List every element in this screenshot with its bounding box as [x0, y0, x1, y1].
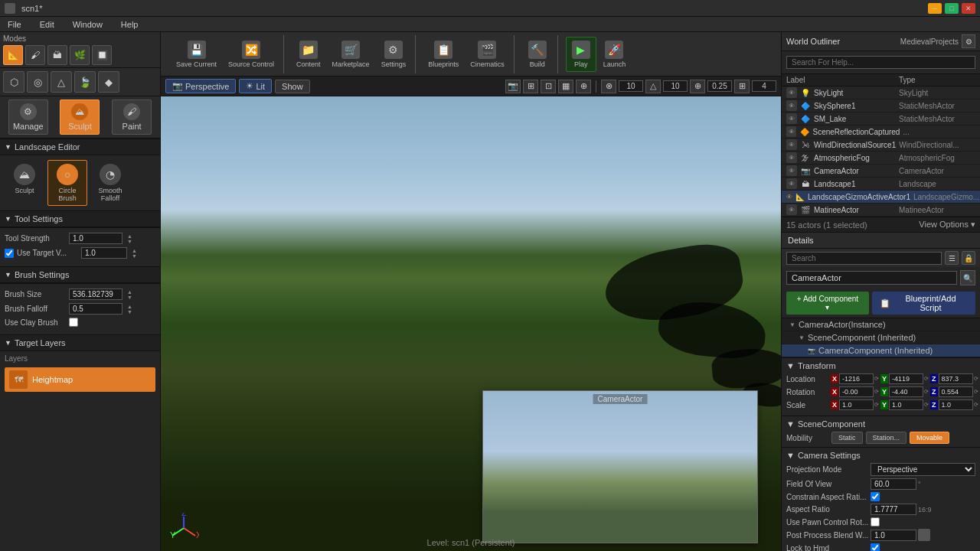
perspective-button[interactable]: 📷 Perspective	[165, 79, 236, 93]
content-button[interactable]: 📁 Content	[292, 37, 325, 71]
add-component-button[interactable]: + Add Component ▾	[786, 292, 869, 315]
static-button[interactable]: Static	[831, 432, 863, 444]
brush-falloff-input[interactable]	[69, 303, 122, 315]
scale-z-input[interactable]	[939, 399, 973, 410]
brush-size-up[interactable]: ▲	[127, 289, 132, 295]
brush-settings-header[interactable]: ▼ Brush Settings	[0, 266, 160, 283]
play-button[interactable]: ▶ Play	[566, 37, 596, 72]
vp-icon-1[interactable]: 📷	[505, 80, 521, 93]
outliner-item-landscape[interactable]: 👁 🏔 Landscape1 Landscape	[782, 178, 980, 191]
rotation-y-arrow[interactable]: ⟳	[924, 389, 929, 395]
outliner-vis-smlake[interactable]: 👁	[786, 113, 797, 124]
show-button[interactable]: Show	[275, 80, 310, 93]
scene-component-header[interactable]: ▼ SceneComponent	[786, 419, 975, 429]
outliner-vis-camera[interactable]: 👁	[786, 165, 797, 176]
use-target-input[interactable]	[81, 247, 127, 259]
landscape-editor-header[interactable]: ▼ Landscape Editor	[0, 139, 160, 155]
sculpt-button[interactable]: ⛰ Sculpt	[60, 99, 100, 135]
rotation-z-arrow[interactable]: ⟳	[974, 389, 978, 395]
comp-item-scene[interactable]: ▼ SceneComponent (Inherited)	[782, 331, 980, 344]
vp-icon-6[interactable]: ⊗	[601, 80, 616, 93]
minimize-button[interactable]: ─	[928, 3, 942, 14]
close-button[interactable]: ✕	[962, 3, 975, 14]
outliner-item-camera[interactable]: 👁 📷 CameraActor CameraActor	[782, 165, 980, 178]
comp-item-cameraactor[interactable]: ▼ CameraActor(Instance)	[782, 318, 980, 331]
sculpt-tool-smooth[interactable]: ◔ SmoothFalloff	[90, 160, 130, 206]
outliner-vis-skysphere[interactable]: 👁	[786, 100, 797, 111]
maximize-button[interactable]: □	[945, 3, 959, 14]
outliner-settings-icon[interactable]: ⚙	[962, 34, 975, 48]
scale-x-input[interactable]	[839, 399, 874, 410]
projection-mode-select[interactable]: Perspective Orthographic	[871, 463, 975, 476]
actor-name-input[interactable]	[786, 271, 957, 285]
source-control-button[interactable]: 🔀 Source Control	[224, 37, 279, 71]
post-process-input[interactable]	[871, 530, 916, 541]
mode-placement[interactable]: 📐	[3, 45, 23, 65]
outliner-vis-wind[interactable]: 👁	[786, 139, 797, 150]
vp-icon-3[interactable]: ⊡	[541, 80, 556, 93]
tool-settings-header[interactable]: ▼ Tool Settings	[0, 210, 160, 227]
manage-button[interactable]: ⚙ Manage	[8, 99, 48, 135]
location-z-input[interactable]	[939, 373, 973, 384]
mode-landscape[interactable]: 🏔	[47, 45, 67, 65]
brush-size-down[interactable]: ▼	[127, 295, 132, 300]
blueprints-button[interactable]: 📋 Blueprints	[423, 37, 463, 71]
mode-foliage[interactable]: 🌿	[70, 45, 90, 65]
menu-help[interactable]: Help	[118, 18, 142, 31]
use-clay-brush-checkbox[interactable]	[69, 318, 78, 327]
grid-size-value[interactable]: 10	[619, 80, 643, 92]
outliner-vis-landscape[interactable]: 👁	[786, 178, 797, 189]
rotation-snap-value[interactable]: 10	[663, 80, 688, 92]
outliner-item-skysphere[interactable]: 👁 🔷 SkySphere1 StaticMeshActor	[782, 99, 980, 112]
outliner-item-scenereflection[interactable]: 👁 🔶 SceneReflectionCaptured ...	[782, 126, 980, 139]
scale-snap-value[interactable]: 0.25	[707, 80, 732, 92]
tool-icon-4[interactable]: 🍃	[74, 71, 96, 93]
camera-settings-header[interactable]: ▼ Camera Settings	[786, 451, 975, 460]
movable-button[interactable]: Movable	[910, 432, 949, 444]
brush-size-input[interactable]	[69, 289, 122, 300]
build-button[interactable]: 🔨 Build	[522, 37, 553, 71]
viewport[interactable]: CameraActor X Y Z Level: scn1 (Persisten…	[161, 96, 781, 551]
tool-icon-2[interactable]: ◎	[27, 71, 48, 93]
outliner-item-gizmo[interactable]: 👁 📐 LandscapeGizmoActiveActor1 Landscape…	[782, 191, 980, 204]
stationary-button[interactable]: Station...	[866, 432, 907, 444]
brush-falloff-up[interactable]: ▲	[127, 304, 132, 309]
use-target-down[interactable]: ▼	[132, 253, 137, 259]
rotation-y-input[interactable]	[889, 386, 923, 397]
menu-window[interactable]: Window	[70, 18, 106, 31]
details-list-view-icon[interactable]: ☰	[945, 251, 959, 265]
aspect-ratio-input[interactable]	[871, 504, 916, 515]
rotation-x-arrow[interactable]: ⟳	[874, 389, 879, 395]
tool-icon-3[interactable]: △	[51, 71, 72, 93]
vp-icon-2[interactable]: ⊞	[523, 80, 538, 93]
outliner-vis-fog[interactable]: 👁	[786, 152, 797, 163]
constrain-ar-checkbox[interactable]	[871, 492, 880, 501]
location-x-input[interactable]	[839, 373, 874, 384]
outliner-item-fog[interactable]: 👁 🌫 AtmosphericFog AtmosphericFog	[782, 152, 980, 165]
marketplace-button[interactable]: 🛒 Marketplace	[328, 37, 374, 71]
location-z-arrow[interactable]: ⟳	[974, 376, 978, 382]
launch-button[interactable]: 🚀 Launch	[599, 37, 631, 71]
vp-icon-9[interactable]: ⊞	[734, 80, 750, 93]
blueprint-button[interactable]: 📋 Blueprint/Add Script	[872, 292, 975, 315]
outliner-vis-gizmo[interactable]: 👁	[786, 191, 792, 202]
location-x-arrow[interactable]: ⟳	[874, 376, 879, 382]
outliner-item-wind[interactable]: 👁 🌬 WindDirectionalSource1 WindDirection…	[782, 139, 980, 152]
location-y-input[interactable]	[889, 373, 923, 384]
use-pawn-checkbox[interactable]	[871, 517, 880, 527]
settings-button[interactable]: ⚙ Settings	[377, 37, 411, 71]
use-target-checkbox[interactable]	[5, 249, 14, 258]
rotation-z-input[interactable]	[939, 386, 973, 397]
vp-icon-4[interactable]: ▦	[558, 80, 573, 93]
outliner-item-skylight[interactable]: 👁 💡 SkyLight SkyLight	[782, 86, 980, 99]
cinematics-button[interactable]: 🎬 Cinematics	[466, 37, 509, 71]
outliner-vis-scenereflection[interactable]: 👁	[786, 126, 796, 137]
save-current-button[interactable]: 💾 Save Current	[172, 37, 221, 71]
post-process-swatch[interactable]	[918, 529, 930, 541]
outliner-view-options[interactable]: View Options ▾	[919, 220, 975, 230]
tool-strength-down[interactable]: ▼	[127, 239, 132, 244]
tool-strength-input[interactable]	[69, 233, 122, 244]
tool-icon-5[interactable]: ◆	[98, 71, 119, 93]
tool-icon-1[interactable]: ⬡	[3, 71, 24, 93]
outliner-vis-matinee[interactable]: 👁	[786, 204, 797, 215]
